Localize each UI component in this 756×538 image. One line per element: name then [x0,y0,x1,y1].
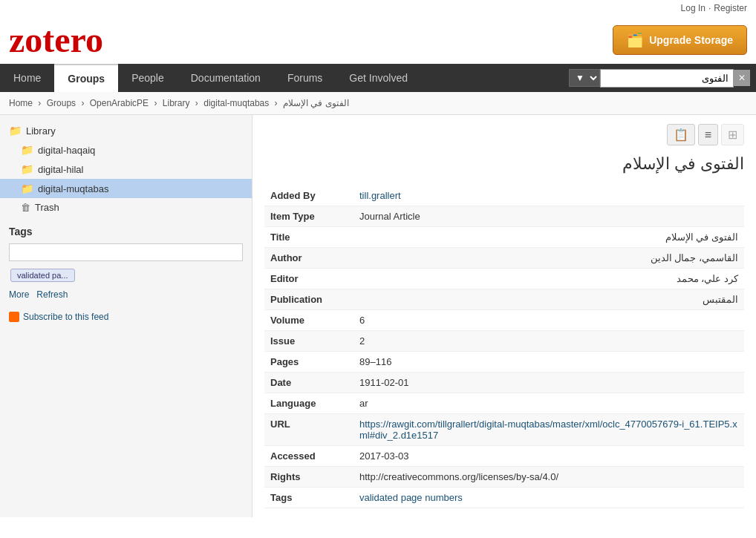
field-value: 89–116 [353,352,744,373]
sidebar-trash[interactable]: 🗑 Trash [0,198,252,217]
field-label: Publication [264,289,353,310]
field-label: Date [264,373,353,393]
main-content: 📋 ≡ ⊞ الفتوى في الإسلام Added Bytill.gra… [252,115,756,517]
field-link[interactable]: https://rawgit.com/tillgrallert/digital-… [359,419,737,441]
view-controls: 📋 ≡ ⊞ [264,124,744,145]
register-link[interactable]: Register [714,3,747,13]
sidebar-library-label: Library [26,125,56,137]
nav-bar: Home Groups People Documentation Forums … [0,64,756,92]
table-row: Rightshttp://creativecommons.org/license… [264,467,744,488]
table-row: Titleالفتوى في الإسلام [264,227,744,248]
breadcrumb: Home › Groups › OpenArabicPE › Library ›… [0,92,756,115]
field-value[interactable]: till.grallert [353,186,744,206]
tags-more-link[interactable]: More [9,289,29,300]
table-row: Editorكرد علي، محمد [264,269,744,289]
table-row: Date1911-02-01 [264,373,744,393]
table-row: Tagsvalidated page numbers [264,488,744,508]
nav-documentation[interactable]: Documentation [177,65,274,91]
table-row: Authorالقاسمي، جمال الدين [264,248,744,269]
sidebar-digital-haqaiq-label: digital-haqaiq [38,145,95,156]
field-value: Journal Article [353,206,744,227]
table-row: Publicationالمقتبس [264,289,744,310]
field-value: القاسمي، جمال الدين [353,248,744,269]
main-header: zotero 🗂️ Upgrade Storage [0,16,756,64]
subscribe-area: Subscribe to this feed [0,309,252,325]
tags-more-area: More Refresh [9,289,243,300]
nav-get-involved[interactable]: Get Involved [336,65,421,91]
tags-section: Tags validated pa... More Refresh [0,217,252,309]
breadcrumb-item[interactable]: الفتوى في الإسلام [283,98,349,108]
field-link[interactable]: validated page numbers [359,492,463,503]
field-value: 2017-03-03 [353,446,744,467]
table-row: Languagear [264,393,744,414]
breadcrumb-groups[interactable]: Groups [47,98,76,108]
sidebar-digital-haqaiq[interactable]: 📁 digital-haqaiq [0,140,252,160]
field-link[interactable]: till.grallert [359,190,401,201]
table-row: Item TypeJournal Article [264,206,744,227]
breadcrumb-library[interactable]: Library [163,98,190,108]
tags-title: Tags [9,226,243,237]
sidebar-trash-label: Trash [35,202,59,213]
report-view-button[interactable]: 📋 [667,124,695,145]
breadcrumb-digital-muqtabas[interactable]: digital-muqtabas [203,98,269,108]
list-view-button[interactable]: ≡ [698,124,718,145]
subscribe-link[interactable]: Subscribe to this feed [9,312,243,322]
upgrade-storage-button[interactable]: 🗂️ Upgrade Storage [613,25,747,55]
library-folder-icon: 📁 [9,125,22,137]
field-value[interactable]: https://rawgit.com/tillgrallert/digital-… [353,414,744,446]
separator: · [708,3,711,13]
tags-refresh-link[interactable]: Refresh [36,289,68,300]
field-value: ar [353,393,744,414]
nav-people[interactable]: People [118,65,177,91]
field-label: Item Type [264,206,353,227]
field-label: Title [264,227,353,248]
tag-validated[interactable]: validated pa... [10,269,75,282]
login-link[interactable]: Log In [681,3,706,13]
search-clear-button[interactable]: ✕ [734,70,750,86]
field-value: 1911-02-01 [353,373,744,393]
search-input[interactable] [600,69,734,88]
table-row: Volume6 [264,310,744,331]
digital-hilal-icon: 📁 [21,163,33,175]
trash-icon: 🗑 [21,202,30,213]
grid-view-button[interactable]: ⊞ [721,124,744,145]
field-value: 6 [353,310,744,331]
digital-haqaiq-icon: 📁 [21,144,33,156]
search-area: ▼ ✕ [569,69,756,88]
tags-search-input[interactable] [9,243,243,261]
rss-icon [9,312,19,322]
field-label: Accessed [264,446,353,467]
upgrade-label: Upgrade Storage [649,34,733,46]
logo[interactable]: zotero [0,22,103,58]
breadcrumb-home[interactable]: Home [9,98,33,108]
field-label: Author [264,248,353,269]
item-table: Added Bytill.grallertItem TypeJournal Ar… [264,186,744,508]
field-label: Volume [264,310,353,331]
table-row: Added Bytill.grallert [264,186,744,206]
breadcrumb-openarabicpe[interactable]: OpenArabicPE [90,98,149,108]
sidebar-digital-hilal[interactable]: 📁 digital-hilal [0,160,252,179]
digital-muqtabas-icon: 📁 [21,183,33,194]
field-value: المقتبس [353,289,744,310]
field-value: الفتوى في الإسلام [353,227,744,248]
field-label: Pages [264,352,353,373]
field-value[interactable]: validated page numbers [353,488,744,508]
nav-forums[interactable]: Forums [274,65,336,91]
field-label: Issue [264,331,353,352]
table-row: URLhttps://rawgit.com/tillgrallert/digit… [264,414,744,446]
sidebar-digital-muqtabas[interactable]: 📁 digital-muqtabas [0,179,252,198]
sidebar: 📁 Library 📁 digital-haqaiq 📁 digital-hil… [0,115,252,517]
sidebar-digital-hilal-label: digital-hilal [38,164,83,175]
field-label: Rights [264,467,353,488]
field-value: كرد علي، محمد [353,269,744,289]
field-label: Tags [264,488,353,508]
tags-list: validated pa... [9,266,243,285]
field-label: Editor [264,269,353,289]
nav-groups[interactable]: Groups [54,64,118,92]
table-row: Issue2 [264,331,744,352]
field-value: 2 [353,331,744,352]
nav-home[interactable]: Home [0,65,54,91]
field-label: URL [264,414,353,446]
search-dropdown[interactable]: ▼ [569,69,600,87]
sidebar-library[interactable]: 📁 Library [0,121,252,140]
